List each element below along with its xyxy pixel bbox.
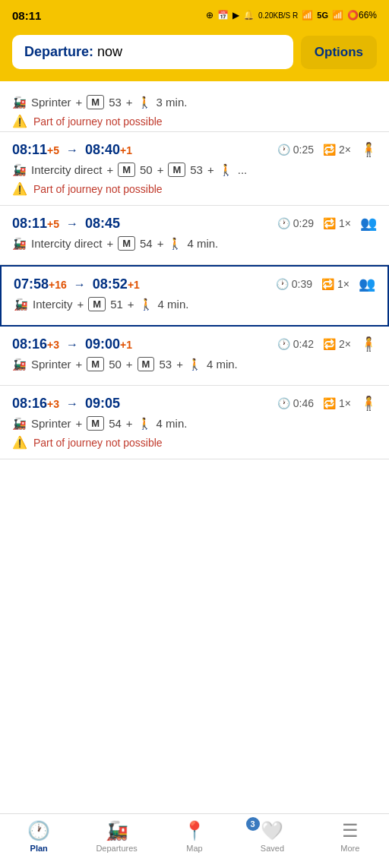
arr-delay-1: +1 (120, 144, 132, 156)
status-time: 08:11 (12, 9, 41, 22)
journey-times-2: 08:11+5 → 08:45 (12, 216, 120, 232)
transfers-2: 🔁 1× (323, 217, 351, 229)
nav-map[interactable]: 📍 Map (156, 820, 233, 853)
walk-icon-4: 🚶 (188, 358, 202, 371)
transfers-3: 🔁 1× (321, 278, 349, 290)
persons-icon-2: 👥 (360, 215, 377, 232)
calendar-icon: 📅 (217, 10, 229, 21)
duration-5: 🕐 0:46 (277, 397, 314, 409)
line-51-3: 51 (110, 298, 123, 311)
journey-item-1[interactable]: 08:11+5 → 08:40+1 🕐 0:25 🔁 2× 🧍 🚂 Interc… (0, 132, 389, 206)
duration-value-2: 0:29 (293, 217, 314, 229)
partial-journey-item[interactable]: 🚂 Sprinter + M 53 + 🚶 3 min. ⚠️ Part of … (0, 81, 389, 132)
dep-time-5: 08:16 (12, 396, 47, 411)
metro-badge-m: M (87, 95, 104, 109)
duration-value-5: 0:46 (293, 397, 314, 409)
status-bar: 08:11 ⊕ 📅 ▶ 🔔 0.20KB/S R 📶 5G 📶 ⭕66% (0, 0, 389, 27)
map-icon: 📍 (183, 820, 206, 841)
arr-time-1: 08:40 (85, 142, 120, 157)
transfer-count-1: 2× (339, 144, 351, 156)
journey-times-5: 08:16+3 → 09:05 (12, 396, 120, 412)
dep-delay-2: +5 (47, 218, 59, 230)
arr-time-5: 09:05 (85, 396, 120, 411)
duration-1: 🕐 0:25 (277, 144, 314, 156)
journey-header-4: 08:16+3 → 09:00+1 🕐 0:42 🔁 2× 🧍 (12, 336, 377, 352)
warning-icon: ⚠️ (12, 114, 27, 128)
journey-header-5: 08:16+3 → 09:05 🕐 0:46 🔁 1× 🧍 (12, 395, 377, 412)
train-type-3: Intercity (33, 298, 73, 311)
duration-value-1: 0:25 (293, 144, 314, 156)
dep-time-2: 08:11 (12, 216, 47, 231)
duration-4: 🕐 0:42 (277, 338, 314, 350)
journey-header-2: 08:11+5 → 08:45 🕐 0:29 🔁 1× 👥 (12, 215, 377, 232)
journey-meta-3: 🕐 0:39 🔁 1× 👥 (276, 276, 375, 292)
train-type-5: Sprinter (31, 417, 71, 430)
partial-train-type: Sprinter (31, 96, 71, 109)
train-icon-4: 🚂 (12, 358, 27, 371)
walk-time-2: 4 min. (187, 237, 218, 250)
saved-icon: 🤍 (261, 820, 283, 841)
saved-badge: 3 (246, 817, 260, 831)
transfer-icon-4: 🔁 (323, 338, 336, 350)
dep-delay-5: +3 (47, 398, 59, 410)
line-54-5: 54 (109, 417, 122, 430)
journey-item-4[interactable]: 08:16+3 → 09:00+1 🕐 0:42 🔁 2× 🧍 🚂 Sprint… (0, 327, 389, 386)
clock-icon-4: 🕐 (277, 338, 290, 350)
nav-departures-label: Departures (96, 844, 137, 853)
nav-more-label: More (340, 844, 359, 853)
partial-route: 🚂 Sprinter + M 53 + 🚶 3 min. (12, 95, 377, 109)
duration-value-3: 0:39 (292, 278, 312, 290)
nav-saved-label: Saved (261, 844, 284, 853)
line-50-4: 50 (109, 358, 122, 371)
data-speed: 0.20KB/S R (258, 11, 298, 20)
nav-plan[interactable]: 🕐 Plan (0, 820, 77, 853)
walk-icon-3: 🚶 (139, 298, 153, 311)
route-3: 🚂 Intercity + M 51 + 🚶 4 min. (14, 297, 375, 311)
metro-m-6: M (138, 357, 155, 371)
partial-walk-time: 3 min. (157, 96, 188, 109)
walk-icon-1: 🚶 (219, 163, 233, 177)
journey-times-4: 08:16+3 → 09:00+1 (12, 336, 132, 352)
arr-time-4: 09:00 (85, 336, 120, 352)
partial-warning: ⚠️ Part of journey not possible (12, 114, 377, 128)
nav-departures[interactable]: 🚂 Departures (77, 820, 155, 853)
clock-icon-3: 🕐 (276, 278, 289, 290)
dep-delay-1: +5 (47, 144, 59, 156)
journey-item-2[interactable]: 08:11+5 → 08:45 🕐 0:29 🔁 1× 👥 🚂 Intercit… (0, 206, 389, 265)
warning-text-5: Part of journey not possible (33, 437, 163, 449)
options-button[interactable]: Options (301, 36, 377, 69)
walk-time-5: 4 min. (157, 417, 188, 430)
nav-map-label: Map (186, 844, 202, 853)
nav-more[interactable]: ☰ More (312, 820, 389, 853)
journey-item-5[interactable]: 08:16+3 → 09:05 🕐 0:46 🔁 1× 🧍 🚂 Sprinter… (0, 386, 389, 459)
nav-plan-label: Plan (30, 844, 48, 853)
header: Departure: now Options (0, 27, 389, 81)
transfer-count-2: 1× (339, 217, 351, 229)
train-icon-1: 🚂 (12, 163, 27, 177)
metro-m-4: M (88, 297, 106, 311)
dep-delay-4: +3 (47, 339, 59, 351)
train-icon-2: 🚂 (12, 237, 27, 251)
journey-item-3[interactable]: 07:58+16 → 08:52+1 🕐 0:39 🔁 1× 👥 🚂 Inter… (0, 265, 389, 327)
journey-times-1: 08:11+5 → 08:40+1 (12, 142, 132, 158)
plan-icon: 🕐 (27, 820, 50, 841)
transfers-1: 🔁 2× (323, 144, 351, 156)
nav-saved[interactable]: 3 🤍 Saved (233, 820, 311, 853)
transfer-icon-3: 🔁 (321, 278, 334, 290)
metro-m-3: M (118, 236, 135, 251)
dep-time-3: 07:58 (14, 276, 49, 292)
train-icon: 🚂 (12, 96, 27, 109)
persons-icon-3: 👥 (359, 276, 375, 292)
fiveg-icon: 5G (317, 11, 328, 20)
bottom-nav: 🕐 Plan 🚂 Departures 📍 Map 3 🤍 Saved ☰ Mo… (0, 813, 389, 868)
transfer-icon-2: 🔁 (323, 217, 336, 229)
warning-1: ⚠️ Part of journey not possible (12, 181, 377, 196)
route-2: 🚂 Intercity direct + M 54 + 🚶 4 min. (12, 236, 377, 251)
train-type-4: Sprinter (31, 358, 71, 371)
arr-delay-4: +1 (120, 339, 132, 351)
departure-box[interactable]: Departure: now (12, 35, 293, 69)
warn-icon-1: ⚠️ (12, 181, 27, 196)
arr-time-3: 08:52 (93, 276, 128, 292)
status-icons: ⊕ 📅 ▶ 🔔 0.20KB/S R 📶 5G 📶 ⭕66% (206, 10, 377, 21)
duration-3: 🕐 0:39 (276, 278, 312, 290)
